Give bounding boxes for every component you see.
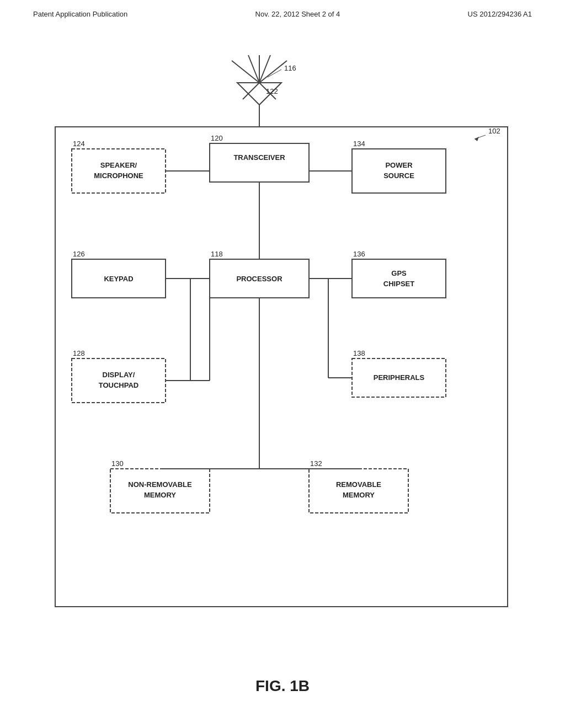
header-right: US 2012/294236 A1 [468, 10, 532, 18]
svg-rect-16 [210, 143, 309, 182]
svg-text:116: 116 [284, 64, 296, 72]
svg-text:TOUCHPAD: TOUCHPAD [99, 381, 138, 389]
header-middle: Nov. 22, 2012 Sheet 2 of 4 [255, 10, 340, 18]
svg-text:138: 138 [353, 349, 365, 357]
svg-text:GPS: GPS [391, 269, 407, 277]
page-header: Patent Application Publication Nov. 22, … [0, 0, 565, 18]
svg-text:SOURCE: SOURCE [383, 172, 414, 180]
svg-text:122: 122 [266, 87, 278, 95]
svg-text:KEYPAD: KEYPAD [104, 275, 133, 283]
svg-text:POWER: POWER [385, 161, 413, 169]
patent-diagram: 116 122 102 TRANSCEIVER 120 PROCESSOR 11… [28, 50, 537, 667]
svg-text:128: 128 [73, 349, 85, 357]
svg-text:MICROPHONE: MICROPHONE [94, 172, 143, 180]
svg-text:SPEAKER/: SPEAKER/ [100, 161, 137, 169]
svg-text:126: 126 [73, 250, 85, 258]
svg-text:102: 102 [488, 127, 500, 135]
svg-rect-23 [72, 149, 166, 193]
svg-text:NON-REMOVABLE: NON-REMOVABLE [128, 480, 192, 489]
svg-text:134: 134 [353, 140, 365, 148]
figure-label: FIG. 1B [255, 677, 310, 695]
svg-text:CHIPSET: CHIPSET [383, 280, 414, 288]
svg-text:TRANSCEIVER: TRANSCEIVER [233, 153, 285, 162]
svg-text:REMOVABLE: REMOVABLE [336, 480, 381, 489]
header-left: Patent Application Publication [33, 10, 127, 18]
svg-text:MEMORY: MEMORY [343, 491, 375, 499]
svg-text:120: 120 [211, 134, 223, 142]
svg-rect-15 [55, 127, 508, 607]
svg-text:118: 118 [211, 250, 223, 258]
svg-text:124: 124 [73, 140, 85, 148]
svg-rect-34 [352, 149, 446, 193]
svg-rect-38 [352, 259, 446, 298]
svg-text:130: 130 [111, 459, 124, 468]
svg-rect-30 [72, 358, 166, 403]
svg-text:PROCESSOR: PROCESSOR [236, 275, 282, 283]
svg-text:MEMORY: MEMORY [144, 491, 176, 499]
svg-text:DISPLAY/: DISPLAY/ [103, 371, 135, 379]
svg-text:136: 136 [353, 250, 365, 258]
svg-text:132: 132 [310, 459, 322, 468]
svg-text:PERIPHERALS: PERIPHERALS [374, 373, 425, 382]
svg-marker-14 [475, 137, 479, 141]
